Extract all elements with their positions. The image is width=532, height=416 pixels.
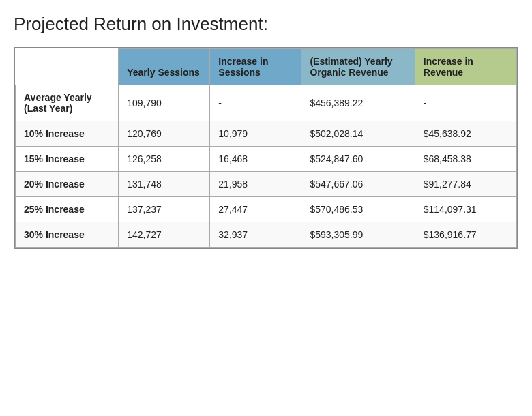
row-cell: 142,727 xyxy=(119,222,210,248)
row-cell: 10,979 xyxy=(210,121,301,147)
header-estimated-revenue: (Estimated) Yearly Organic Revenue xyxy=(301,49,415,85)
row-label: 30% Increase xyxy=(16,222,119,248)
header-increase-revenue: Increase in Revenue xyxy=(415,49,516,85)
roi-table-wrapper: Yearly Sessions Increase in Sessions (Es… xyxy=(14,47,518,249)
row-cell: 120,769 xyxy=(119,121,210,147)
table-body: Average Yearly (Last Year)109,790-$456,3… xyxy=(16,85,517,248)
row-cell: 126,258 xyxy=(119,147,210,172)
row-cell: 32,937 xyxy=(210,222,301,248)
row-cell: - xyxy=(210,85,301,121)
table-row: 20% Increase131,74821,958$547,667.06$91,… xyxy=(16,172,517,197)
row-cell: $68,458.38 xyxy=(415,147,516,172)
row-cell: $593,305.99 xyxy=(301,222,415,248)
row-cell: $136,916.77 xyxy=(415,222,516,248)
table-row: 25% Increase137,23727,447$570,486.53$114… xyxy=(16,197,517,222)
row-label: Average Yearly (Last Year) xyxy=(16,85,119,121)
header-increase-sessions: Increase in Sessions xyxy=(210,49,301,85)
row-cell: - xyxy=(415,85,516,121)
row-label: 15% Increase xyxy=(16,147,119,172)
row-cell: $91,277.84 xyxy=(415,172,516,197)
row-cell: $547,667.06 xyxy=(301,172,415,197)
roi-table: Yearly Sessions Increase in Sessions (Es… xyxy=(15,48,517,248)
row-cell: $524,847.60 xyxy=(301,147,415,172)
page-title: Projected Return on Investment: xyxy=(14,14,518,35)
table-row: 30% Increase142,72732,937$593,305.99$136… xyxy=(16,222,517,248)
row-label: 20% Increase xyxy=(16,172,119,197)
row-cell: 16,468 xyxy=(210,147,301,172)
row-cell: $114,097.31 xyxy=(415,197,516,222)
table-row: 15% Increase126,25816,468$524,847.60$68,… xyxy=(16,147,517,172)
row-cell: $456,389.22 xyxy=(301,85,415,121)
row-cell: $570,486.53 xyxy=(301,197,415,222)
row-label: 25% Increase xyxy=(16,197,119,222)
row-cell: 137,237 xyxy=(119,197,210,222)
table-row: 10% Increase120,76910,979$502,028.14$45,… xyxy=(16,121,517,147)
row-cell: $45,638.92 xyxy=(415,121,516,147)
row-label: 10% Increase xyxy=(16,121,119,147)
row-cell: 21,958 xyxy=(210,172,301,197)
header-empty xyxy=(16,49,119,85)
header-row: Yearly Sessions Increase in Sessions (Es… xyxy=(16,49,517,85)
table-row: Average Yearly (Last Year)109,790-$456,3… xyxy=(16,85,517,121)
row-cell: 131,748 xyxy=(119,172,210,197)
row-cell: $502,028.14 xyxy=(301,121,415,147)
row-cell: 109,790 xyxy=(119,85,210,121)
row-cell: 27,447 xyxy=(210,197,301,222)
header-yearly-sessions: Yearly Sessions xyxy=(119,49,210,85)
